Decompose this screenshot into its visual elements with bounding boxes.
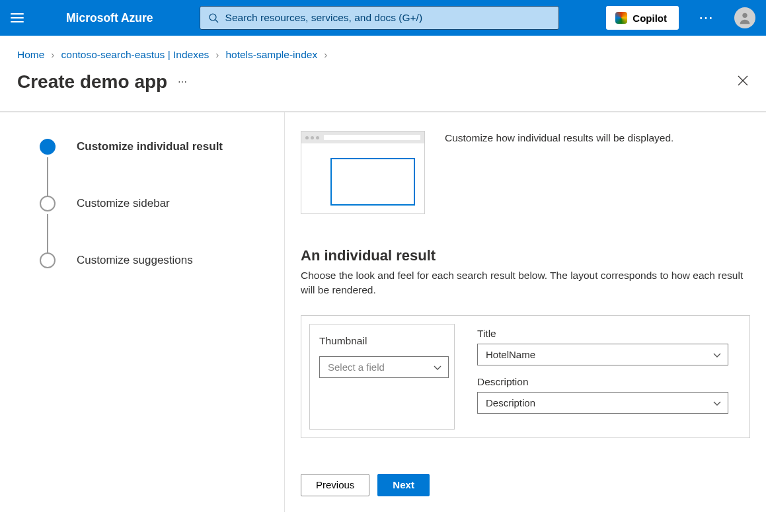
topbar: Microsoft Azure Copilot ⋯: [0, 0, 766, 36]
wizard-content: Customize how individual results will be…: [285, 112, 766, 512]
search-icon: [208, 13, 219, 23]
breadcrumb-search-service[interactable]: contoso-search-eastus | Indexes: [61, 49, 210, 61]
chevron-down-icon: [713, 397, 721, 408]
section-description: Choose the look and feel for each search…: [301, 268, 744, 298]
close-icon[interactable]: [737, 75, 749, 90]
step-customize-individual-result[interactable]: Customize individual result: [40, 139, 284, 155]
chevron-right-icon: ›: [51, 49, 54, 61]
thumbnail-label: Thumbnail: [319, 335, 445, 347]
chevron-right-icon: ›: [215, 49, 219, 61]
chevron-down-icon: [713, 349, 721, 360]
svg-point-2: [742, 13, 747, 18]
thumbnail-field-value: Select a field: [328, 361, 385, 373]
menu-icon[interactable]: [11, 13, 24, 22]
result-config: Thumbnail Select a field Title HotelName: [301, 315, 750, 438]
wizard-steps: Customize individual result Customize si…: [0, 112, 285, 512]
step-dot-icon: [40, 196, 56, 211]
title-label: Title: [477, 328, 735, 340]
step-dot-active-icon: [40, 139, 56, 155]
thumbnail-field-select[interactable]: Select a field: [319, 356, 449, 378]
step-label: Customize individual result: [77, 140, 223, 153]
copilot-button[interactable]: Copilot: [606, 6, 679, 30]
next-button[interactable]: Next: [377, 474, 430, 496]
result-preview-thumbnail: [301, 131, 425, 214]
svg-point-0: [210, 14, 216, 20]
copilot-icon: [615, 12, 627, 24]
chevron-down-icon: [434, 361, 441, 373]
global-search[interactable]: [200, 6, 559, 30]
title-more-icon[interactable]: ⋯: [178, 77, 188, 87]
search-input[interactable]: [225, 12, 551, 24]
title-field-value: HotelName: [486, 349, 535, 360]
section-heading: An individual result: [301, 247, 750, 264]
breadcrumb-index[interactable]: hotels-sample-index: [225, 49, 317, 61]
brand-logo-text[interactable]: Microsoft Azure: [66, 11, 153, 25]
page-title: Create demo app: [17, 71, 167, 93]
step-dot-icon: [40, 252, 56, 268]
svg-line-1: [215, 20, 218, 22]
description-label: Description: [477, 376, 735, 388]
preview-description: Customize how individual results will be…: [445, 132, 673, 214]
step-customize-sidebar[interactable]: Customize sidebar: [40, 196, 284, 211]
description-field-select[interactable]: Description: [477, 392, 728, 414]
breadcrumb-home[interactable]: Home: [17, 49, 44, 61]
breadcrumb: Home › contoso-search-eastus | Indexes ›…: [0, 36, 766, 66]
more-icon[interactable]: ⋯: [688, 9, 725, 26]
copilot-label: Copilot: [632, 13, 667, 24]
title-field-select[interactable]: HotelName: [477, 344, 728, 365]
step-label: Customize suggestions: [77, 254, 193, 267]
page-header: Create demo app ⋯: [0, 66, 766, 111]
step-customize-suggestions[interactable]: Customize suggestions: [40, 252, 284, 268]
chevron-right-icon: ›: [324, 49, 327, 61]
avatar[interactable]: [734, 7, 755, 28]
thumbnail-config: Thumbnail Select a field: [309, 324, 455, 430]
description-field-value: Description: [486, 397, 535, 408]
previous-button[interactable]: Previous: [301, 474, 369, 496]
step-label: Customize sidebar: [77, 197, 170, 210]
